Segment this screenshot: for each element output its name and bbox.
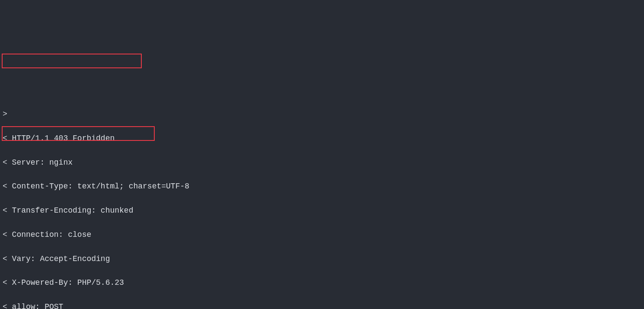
terminal-line-transfer-encoding: < Transfer-Encoding: chunked bbox=[3, 205, 644, 217]
terminal-line-connection: < Connection: close bbox=[3, 229, 644, 241]
terminal-line-http-status: < HTTP/1.1 403 Forbidden bbox=[3, 133, 644, 145]
highlight-annotation-status-line bbox=[2, 54, 142, 68]
terminal-output: > < HTTP/1.1 403 Forbidden < Server: ngi… bbox=[0, 48, 644, 309]
terminal-text-content[interactable]: > < HTTP/1.1 403 Forbidden < Server: ngi… bbox=[0, 96, 644, 309]
terminal-line-allow: < allow: POST bbox=[3, 301, 644, 309]
terminal-line: > bbox=[3, 108, 644, 121]
terminal-line-content-type: < Content-Type: text/html; charset=UTF-8 bbox=[3, 181, 644, 193]
terminal-line-x-powered-by: < X-Powered-By: PHP/5.6.23 bbox=[3, 277, 644, 289]
terminal-line-vary: < Vary: Accept-Encoding bbox=[3, 253, 644, 265]
terminal-line-server: < Server: nginx bbox=[3, 157, 644, 169]
